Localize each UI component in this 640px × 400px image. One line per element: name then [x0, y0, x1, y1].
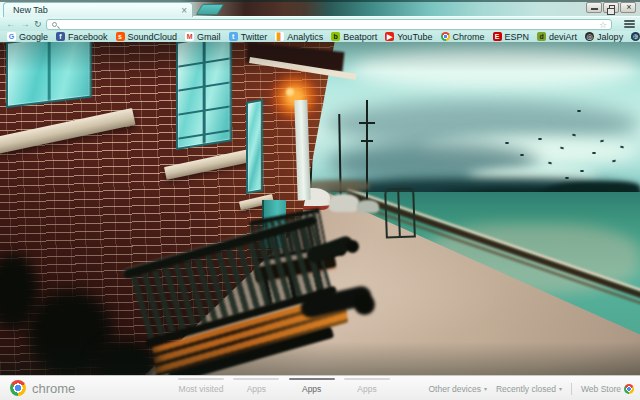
restore-button[interactable]: [603, 2, 619, 13]
chevron-down-icon: ▾: [484, 385, 487, 392]
bookmark-twitter[interactable]: tTwitter: [225, 31, 272, 42]
bird: [548, 162, 552, 165]
bird: [592, 152, 596, 154]
ntp-section-apps[interactable]: Apps: [344, 378, 390, 399]
browser-window: New Tab × × ← → ↻ ☆ » GGooglefFacebooksS…: [0, 0, 640, 400]
gmail-favicon: M: [185, 32, 194, 41]
bookmark-label: Google: [19, 32, 48, 42]
toolbar: ← → ↻ ☆: [0, 17, 640, 31]
chrome-logo-icon: [10, 380, 26, 396]
boat-mast: [366, 100, 368, 208]
bird: [538, 138, 542, 140]
footer-separator: [571, 383, 572, 395]
chevron-down-icon: ▾: [559, 385, 562, 392]
bookmark-jalopy[interactable]: ◎Jalopy: [581, 31, 627, 42]
bookmark-star-icon[interactable]: ☆: [599, 20, 607, 31]
bookmark-label: ESPN: [505, 32, 530, 42]
bookmark-label: Analytics: [287, 32, 323, 42]
bird: [520, 154, 524, 156]
ntp-footer-links: Other devices▾Recently closed▾Web Store: [428, 376, 634, 400]
ntp-section-apps-active[interactable]: Apps: [289, 378, 335, 399]
bookmark-label: Jalopy: [597, 32, 623, 42]
chrome-menu-button[interactable]: [623, 20, 636, 29]
ladder-rack: [384, 187, 416, 238]
bookmark-analytics[interactable]: ▋Analytics: [271, 31, 327, 42]
footer-link-label: Recently closed: [496, 384, 556, 394]
webstore-icon: [624, 384, 634, 394]
footer-link-recently-closed[interactable]: Recently closed▾: [496, 384, 562, 394]
window-controls: ×: [586, 2, 636, 13]
section-indicator: [289, 378, 335, 380]
search-icon: [52, 22, 57, 27]
footer-link-label: Web Store: [581, 384, 621, 394]
google-favicon: G: [7, 32, 16, 41]
footer-link-label: Other devices: [428, 384, 480, 394]
bookmark-facebook[interactable]: fFacebook: [52, 31, 112, 42]
twitter-favicon: t: [229, 32, 238, 41]
bookmark-youtube[interactable]: ▶YouTube: [381, 31, 436, 42]
bookmark-deviart[interactable]: ddeviArt: [533, 31, 581, 42]
bookmark-chrome[interactable]: Chrome: [437, 31, 489, 42]
section-label: Apps: [357, 384, 376, 394]
bird: [620, 146, 624, 149]
bookmark-espn[interactable]: EESPN: [489, 31, 534, 42]
building-window: [246, 99, 263, 194]
chrome-logo: chrome: [10, 380, 75, 396]
theme-wallpaper: [0, 42, 640, 375]
bookmark-soundcloud[interactable]: sSoundCloud: [112, 31, 182, 42]
omnibox[interactable]: ☆: [46, 19, 612, 30]
bookmark-label: Facebook: [68, 32, 108, 42]
footer-link-web-store[interactable]: Web Store: [581, 384, 634, 394]
facebook-favicon: f: [56, 32, 65, 41]
section-indicator: [178, 378, 224, 380]
minimize-button[interactable]: [586, 2, 602, 13]
bookmark-label: Beatport: [343, 32, 377, 42]
section-label: Most visited: [179, 384, 224, 394]
chrome-favicon: [441, 32, 450, 41]
section-indicator: [233, 378, 279, 380]
bookmark-label: Chrome: [453, 32, 485, 42]
bookmark-beatport[interactable]: bBeatport: [327, 31, 381, 42]
bookmark-gmail[interactable]: MGmail: [181, 31, 225, 42]
bookmark-google[interactable]: GGoogle: [3, 31, 52, 42]
footer-link-other-devices[interactable]: Other devices▾: [428, 384, 486, 394]
bird: [560, 147, 564, 150]
reload-button[interactable]: ↻: [34, 17, 42, 31]
bookmarks-overflow-chevron-icon[interactable]: »: [630, 31, 636, 42]
bird: [580, 170, 584, 172]
analytics-favicon: ▋: [275, 32, 284, 41]
chrome-wordmark: chrome: [32, 381, 75, 396]
building-window: [176, 42, 232, 150]
minimize-icon: [591, 8, 598, 10]
close-icon: ×: [621, 2, 637, 12]
lamp: [286, 88, 294, 96]
section-label: Apps: [302, 384, 321, 394]
close-button[interactable]: ×: [620, 2, 636, 13]
espn-favicon: E: [493, 32, 502, 41]
bookmark-label: SoundCloud: [128, 32, 178, 42]
ntp-footer: chrome Most visitedAppsAppsApps Other de…: [0, 375, 640, 400]
bookmark-label: Gmail: [197, 32, 221, 42]
tab-title: New Tab: [13, 5, 48, 15]
bookmark-label: YouTube: [397, 32, 432, 42]
bookmark-label: Twitter: [241, 32, 268, 42]
bird: [572, 134, 576, 137]
youtube-favicon: ▶: [385, 32, 394, 41]
ntp-section-switcher: Most visitedAppsAppsApps: [178, 378, 390, 399]
restore-icon: [609, 5, 615, 10]
bird: [505, 142, 509, 144]
tab-close-icon[interactable]: ×: [181, 4, 187, 17]
tab-new-tab[interactable]: New Tab ×: [3, 2, 193, 17]
section-label: Apps: [247, 384, 266, 394]
ntp-section-most-visited[interactable]: Most visited: [178, 378, 224, 399]
back-button[interactable]: ←: [6, 17, 16, 31]
forward-button[interactable]: →: [20, 17, 30, 31]
bird: [577, 110, 581, 112]
bird: [565, 177, 569, 179]
beatport-favicon: b: [331, 32, 340, 41]
soundcloud-favicon: s: [116, 32, 125, 41]
ntp-section-apps[interactable]: Apps: [233, 378, 279, 399]
jalopy-favicon: ◎: [585, 32, 594, 41]
bird: [600, 140, 604, 143]
building-window: [6, 42, 92, 108]
